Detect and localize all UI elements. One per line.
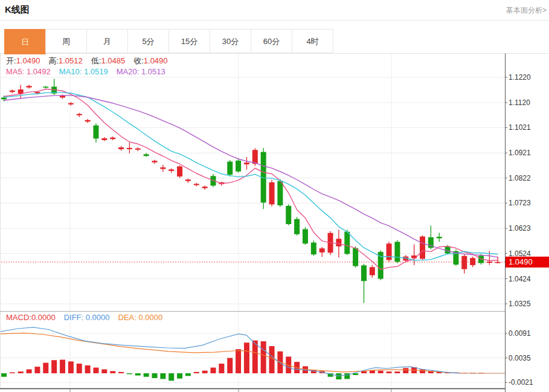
candle: [194, 183, 199, 187]
candle: [294, 217, 300, 236]
candle: [10, 89, 15, 93]
diff-label: DIFF:: [64, 313, 86, 322]
macd-value: 0.0000: [31, 313, 56, 322]
macd-axis-label: 0.0091: [509, 329, 531, 338]
ma10-label: MA10:: [59, 67, 84, 76]
macd-label: MACD:: [6, 313, 31, 322]
candle: [85, 119, 91, 123]
candle: [361, 264, 367, 303]
macd-axis-label: 0.0035: [509, 354, 531, 362]
ma10-value: 1.0519: [84, 67, 108, 76]
candle: [303, 227, 308, 245]
candle: [461, 254, 467, 273]
candle: [236, 158, 241, 173]
candle: [43, 86, 48, 88]
close-label: 收:: [133, 56, 144, 65]
tab-月[interactable]: 月: [86, 29, 128, 53]
candles: [1, 79, 501, 303]
price-axis-label: 1.0822: [509, 174, 531, 182]
tab-日[interactable]: 日: [4, 29, 46, 54]
price-axis-label: 1.1120: [509, 98, 530, 107]
ma5-label: MA5:: [6, 67, 27, 76]
price-axis-label: 1.0623: [509, 224, 531, 233]
candle: [185, 179, 191, 183]
candle: [160, 165, 165, 172]
candle: [169, 169, 174, 173]
tab-5分[interactable]: 5分: [127, 29, 169, 53]
tab-周[interactable]: 周: [45, 29, 87, 53]
open-label: 开:: [6, 56, 16, 65]
candle: [110, 137, 115, 140]
candle: [227, 160, 233, 176]
high-label: 高:: [48, 56, 59, 65]
ma20-label: MA20:: [117, 67, 141, 76]
ma10-line: [4, 92, 498, 260]
candle: [387, 242, 392, 262]
macd-axis: 0.00910.0035-0.0021: [505, 329, 533, 387]
price-axis-label: 1.0723: [509, 199, 531, 207]
candle: [269, 180, 275, 207]
macd-histogram: [1, 341, 484, 381]
ma20-value: 1.0513: [141, 67, 165, 76]
close-value: 1.0490: [144, 56, 168, 65]
dea-label: DEA:: [118, 313, 139, 322]
macd-readout: MACD:0.0000DIFF: 0.0000DEA: 0.0000: [6, 313, 162, 322]
candle: [370, 265, 375, 278]
low-value: 1.0485: [101, 56, 125, 65]
candle: [118, 146, 124, 151]
current-price-badge-value: 1.0490: [509, 257, 533, 266]
ma5-value: 1.0492: [27, 67, 51, 76]
tab-4时[interactable]: 4时: [292, 29, 333, 53]
open-value: 1.0490: [16, 56, 40, 65]
price-axis-label: 1.1220: [509, 73, 531, 82]
price-axis-label: 1.0325: [509, 300, 531, 308]
candle: [27, 85, 32, 89]
ma-readout: MA5: 1.0492MA10: 1.0519MA20: 1.0513: [6, 67, 165, 76]
candle: [286, 204, 291, 225]
candle: [77, 113, 82, 117]
price-axis-label: 1.1021: [509, 123, 531, 132]
dea-value: 0.0000: [139, 313, 163, 322]
candle: [470, 257, 475, 268]
price-axis-label: 1.0424: [509, 275, 531, 283]
low-label: 低:: [91, 56, 101, 65]
candle: [394, 240, 400, 263]
interval-tab-bar: 日周月5分15分30分60分4时: [5, 29, 333, 54]
ma20-line: [4, 95, 498, 257]
candle: [311, 240, 316, 255]
candle: [202, 185, 208, 190]
tab-30分[interactable]: 30分: [210, 29, 251, 53]
current-price-badge: 1.0490: [506, 257, 549, 268]
candle: [244, 157, 249, 170]
price-axis: 1.12201.11201.10211.09211.08221.07231.06…: [505, 73, 531, 308]
candle: [18, 85, 24, 98]
high-value: 1.0512: [59, 56, 83, 65]
candle: [93, 123, 98, 143]
price-axis-label: 1.0524: [509, 249, 531, 258]
candle: [378, 251, 384, 280]
candle: [135, 147, 141, 152]
candle: [177, 165, 182, 178]
tab-15分[interactable]: 15分: [169, 29, 210, 53]
candle: [152, 160, 157, 164]
candle: [144, 153, 149, 156]
tab-60分[interactable]: 60分: [251, 29, 292, 53]
candle: [127, 143, 132, 153]
candle: [319, 247, 325, 257]
candle: [420, 235, 425, 260]
candle: [437, 233, 442, 242]
candle: [453, 249, 458, 266]
price-axis-label: 1.0921: [509, 149, 531, 157]
macd-axis-label: -0.0021: [509, 378, 533, 387]
ohlc-readout: 开:1.0490高:1.0512低:1.0485收:1.0490: [6, 56, 168, 66]
diff-value: 0.0000: [86, 313, 110, 322]
candle: [101, 137, 107, 141]
